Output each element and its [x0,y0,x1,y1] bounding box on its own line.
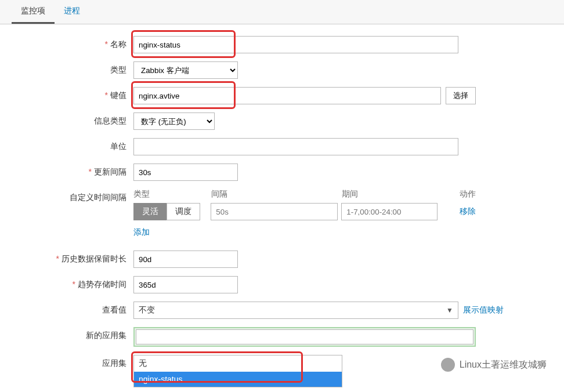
name-input[interactable] [133,36,458,53]
history-input[interactable] [133,251,238,268]
label-new-appset: 新的应用集 [17,327,133,341]
remove-interval-link[interactable]: 移除 [441,206,476,217]
row-custom-intervals: 自定义时间间隔 类型 间隔 期间 动作 灵活 调度 [17,189,547,238]
col-type: 类型 [133,189,208,199]
row-appset: 应用集 无 nginx-status [17,355,547,387]
col-action: 动作 [441,189,476,199]
col-interval: 间隔 [211,189,338,199]
label-name: *名称 [17,36,133,50]
interval-input[interactable] [133,164,238,181]
new-appset-wrap [133,327,476,347]
row-key: *键值 选择 [17,87,547,104]
row-info-type: 信息类型 数字 (无正负) [17,112,547,130]
key-select-button[interactable]: 选择 [446,87,476,104]
add-interval-link[interactable]: 添加 [133,227,150,237]
row-unit: 单位 [17,138,547,155]
row-view-value: 查看值 不变 ▼ 展示值映射 [17,302,547,319]
label-history: *历史数据保留时长 [17,251,133,264]
tab-items[interactable]: 监控项 [12,0,55,24]
interval-type-toggle: 灵活 调度 [133,203,207,220]
tab-process[interactable]: 进程 [55,0,89,24]
row-type: 类型 Zabbix 客户端 [17,61,547,79]
chevron-down-icon: ▼ [446,306,453,314]
row-interval: *更新间隔 [17,164,547,181]
tab-bar: 监控项 进程 [0,0,564,24]
custom-interval-input[interactable] [211,203,338,220]
label-info-type: 信息类型 [17,112,133,126]
unit-input[interactable] [133,138,458,155]
row-trends: *趋势存储时间 [17,276,547,293]
show-value-mapping-link[interactable]: 展示值映射 [463,302,504,315]
toggle-flexible[interactable]: 灵活 [133,203,167,220]
key-input[interactable] [133,87,441,104]
item-form: *名称 类型 Zabbix 客户端 *键值 选择 [0,24,564,387]
row-name: *名称 [17,36,547,53]
info-type-select[interactable]: 数字 (无正负) [133,112,215,130]
label-view-value: 查看值 [17,302,133,315]
new-appset-input[interactable] [136,329,473,344]
appset-option-nginx-status[interactable]: nginx-status [134,372,342,387]
label-trends: *趋势存储时间 [17,276,133,290]
toggle-scheduling[interactable]: 调度 [167,203,200,220]
trends-input[interactable] [133,276,238,293]
custom-interval-row: 灵活 调度 移除 [133,203,476,220]
row-history: *历史数据保留时长 [17,251,547,268]
view-value-select[interactable]: 不变 ▼ [133,302,458,319]
label-type: 类型 [17,61,133,75]
col-period: 期间 [342,189,438,199]
appset-option-none[interactable]: 无 [134,355,342,372]
label-interval: *更新间隔 [17,164,133,177]
appset-listbox[interactable]: 无 nginx-status [133,355,342,387]
label-unit: 单位 [17,138,133,152]
label-key: *键值 [17,87,133,101]
type-select[interactable]: Zabbix 客户端 [133,61,238,79]
label-custom-intervals: 自定义时间间隔 [17,189,133,203]
row-new-appset: 新的应用集 [17,327,547,347]
label-appset: 应用集 [17,355,133,369]
view-value-text: 不变 [139,305,155,315]
custom-period-input[interactable] [341,203,438,220]
custom-interval-table: 类型 间隔 期间 动作 灵活 调度 [133,189,476,238]
